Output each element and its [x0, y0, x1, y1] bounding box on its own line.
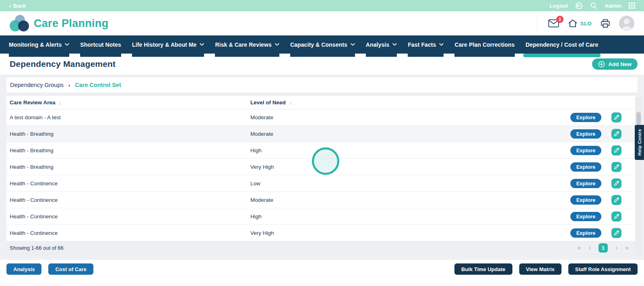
explore-button[interactable]: Explore: [570, 179, 601, 188]
pencil-icon: [614, 180, 619, 186]
table-row: Health - Continence Low Explore: [6, 175, 638, 192]
edit-button[interactable]: [611, 145, 621, 155]
explore-button[interactable]: Explore: [570, 228, 601, 238]
top-utility-bar: ‹ Back Logout Admin: [0, 0, 644, 11]
table-body: A test domain - A test Moderate Explore …: [6, 109, 638, 241]
nav-item-1[interactable]: Shortcut Notes: [80, 35, 121, 54]
care-review-area-cell: Health - Breathing: [6, 131, 250, 137]
apps-grid-icon[interactable]: [629, 2, 635, 9]
app-title: Care Planning: [34, 17, 108, 30]
pagination: « ‹ 1 › »: [578, 243, 629, 253]
next-page-button[interactable]: ›: [615, 245, 617, 251]
scrollbar-thumb[interactable]: [636, 112, 641, 125]
care-review-area-cell: Health - Continence: [6, 230, 250, 236]
back-button[interactable]: ‹ Back: [9, 3, 26, 9]
nav-item-2[interactable]: Life History & About Me: [132, 35, 204, 54]
explore-button[interactable]: Explore: [570, 129, 601, 139]
logout-icon[interactable]: [575, 2, 583, 10]
edit-button[interactable]: [611, 129, 621, 139]
nav-item-6[interactable]: Fast Facts: [408, 35, 444, 54]
explore-button[interactable]: Explore: [570, 162, 601, 172]
nav-item-3[interactable]: Risk & Care Reviews: [215, 35, 279, 54]
bottom-action-button[interactable]: Bulk Time Update: [454, 263, 512, 275]
care-review-area-cell: Health - Breathing: [6, 147, 250, 153]
care-review-area-cell: Health - Breathing: [6, 164, 250, 170]
care-review-area-cell: Health - Continence: [6, 197, 250, 203]
logout-button[interactable]: Logout: [549, 3, 568, 9]
table-row: Health - Continence Moderate Explore: [6, 192, 638, 208]
home-icon: [568, 19, 578, 28]
nav-item-0[interactable]: Monitoring & Alerts: [9, 35, 69, 54]
table-footer: Showing 1-66 out of 66 « ‹ 1 › »: [6, 241, 638, 254]
bottom-action-button[interactable]: Cost of Care: [48, 263, 93, 275]
explore-button[interactable]: Explore: [570, 212, 601, 221]
first-page-button[interactable]: «: [578, 245, 581, 251]
pencil-icon: [614, 197, 619, 203]
dependency-table: Care Review Area ↓ Level of Need ↓ A tes…: [6, 96, 638, 254]
nav-item-8[interactable]: Dependency / Cost of Care: [526, 35, 599, 54]
main-nav: Monitoring & Alerts Shortcut Notes Life …: [0, 35, 644, 54]
level-of-need-cell: Very High: [250, 230, 570, 236]
nav-item-underline: [215, 54, 279, 57]
nav-item-underline: [9, 54, 69, 57]
nav-item-underline: [523, 54, 601, 57]
level-of-need-cell: High: [250, 147, 570, 153]
explore-button[interactable]: Explore: [570, 146, 601, 155]
column-header-care-review-area[interactable]: Care Review Area ↓: [6, 99, 250, 106]
table-row: Health - Continence Very High Explore: [6, 225, 638, 241]
pencil-icon: [614, 230, 619, 236]
add-new-button[interactable]: Add New: [592, 58, 638, 70]
nav-item-5[interactable]: Analysis: [366, 35, 397, 54]
breadcrumb-parent[interactable]: Dependency Groups: [10, 82, 64, 88]
edit-button[interactable]: [611, 162, 621, 172]
pencil-icon: [614, 114, 619, 120]
pencil-icon: [614, 213, 619, 219]
bottom-action-button[interactable]: Analysis: [6, 263, 41, 275]
help-centre-tab[interactable]: Help Centre: [635, 125, 644, 160]
level-of-need-cell: Moderate: [250, 131, 570, 137]
results-summary: Showing 1-66 out of 66: [10, 245, 64, 251]
nav-item-4[interactable]: Capacity & Consents: [290, 35, 355, 54]
search-icon[interactable]: [590, 2, 597, 9]
app-logo: [10, 15, 30, 32]
chevron-down-icon: [351, 43, 355, 46]
chevron-down-icon: [200, 43, 204, 46]
bottom-action-button[interactable]: Staff Role Assignment: [568, 263, 638, 275]
level-of-need-cell: High: [250, 213, 570, 220]
header-divider: [537, 15, 538, 32]
previous-page-button[interactable]: ‹: [588, 245, 590, 251]
edit-button[interactable]: [611, 178, 621, 189]
bottom-action-button[interactable]: View Matrix: [519, 263, 561, 275]
admin-menu[interactable]: Admin: [605, 3, 621, 9]
home-button[interactable]: SLO: [568, 19, 592, 28]
nav-item-underline: [366, 54, 397, 57]
column-header-level-of-need[interactable]: Level of Need ↓: [250, 99, 638, 106]
breadcrumb: Dependency Groups › Care Control Set: [6, 77, 638, 93]
edit-button[interactable]: [611, 195, 621, 205]
page-title: Dependency Management: [10, 59, 116, 69]
table-header-row: Care Review Area ↓ Level of Need ↓: [6, 96, 638, 109]
edit-button[interactable]: [611, 228, 621, 238]
nav-item-underline: [408, 54, 444, 57]
add-new-label: Add New: [608, 61, 632, 67]
table-row: Health - Continence High Explore: [6, 208, 638, 225]
back-chevron-icon: ‹: [9, 3, 11, 9]
explore-button[interactable]: Explore: [570, 113, 601, 122]
avatar[interactable]: [619, 16, 634, 31]
print-button[interactable]: [601, 19, 610, 28]
care-review-area-cell: Health - Continence: [6, 180, 250, 187]
explore-button[interactable]: Explore: [570, 195, 601, 205]
care-review-area-cell: A test domain - A test: [6, 114, 250, 120]
back-label: Back: [13, 3, 26, 9]
nav-item-7[interactable]: Care Plan Corrections: [454, 35, 514, 54]
chevron-down-icon: [439, 43, 444, 46]
edit-button[interactable]: [611, 211, 621, 222]
edit-button[interactable]: [611, 112, 621, 122]
table-row: A test domain - A test Moderate Explore: [6, 109, 638, 126]
last-page-button[interactable]: »: [625, 245, 629, 251]
current-page-button[interactable]: 1: [599, 243, 608, 253]
pencil-icon: [614, 164, 619, 170]
scrollbar-track: [635, 97, 642, 255]
messages-button[interactable]: 3: [548, 19, 559, 27]
table-row: Health - Breathing Moderate Explore: [6, 126, 638, 142]
